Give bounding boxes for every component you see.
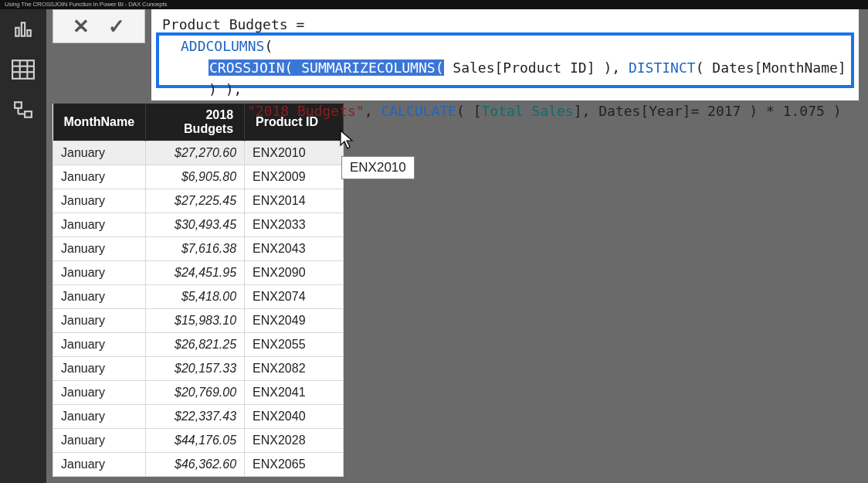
cell-productid[interactable]: ENX2082 — [245, 357, 344, 381]
svg-rect-3 — [12, 60, 34, 79]
cell-month[interactable]: January — [53, 333, 146, 357]
cell-productid[interactable]: ENX2065 — [245, 453, 344, 477]
cell-month[interactable]: January — [53, 405, 146, 429]
cell-budget[interactable]: $7,616.38 — [146, 237, 245, 261]
report-view-icon[interactable] — [0, 9, 46, 49]
table-row[interactable]: January$6,905.80ENX2009 — [53, 165, 344, 189]
table-row[interactable]: January$44,176.05ENX2028 — [53, 429, 344, 453]
cell-productid[interactable]: ENX2040 — [245, 405, 344, 429]
table-row[interactable]: January$24,451.95ENX2090 — [53, 261, 344, 285]
data-view-icon[interactable] — [0, 49, 46, 90]
table-row[interactable]: January$15,983.10ENX2049 — [53, 309, 344, 333]
svg-rect-9 — [25, 111, 32, 117]
table-row[interactable]: January$30,493.45ENX2033 — [53, 213, 344, 237]
view-switcher-rail — [0, 9, 46, 483]
cell-productid[interactable]: ENX2041 — [245, 381, 344, 405]
fn-distinct: DISTINCT — [629, 60, 696, 76]
cell-budget[interactable]: $6,905.80 — [146, 165, 245, 189]
cell-budget[interactable]: $22,337.43 — [146, 405, 245, 429]
window-title: Using The CROSSJOIN Function In Power BI… — [0, 0, 868, 9]
fn-crossjoin: CROSSJOIN — [209, 60, 285, 76]
budgets-string: "2018 Budgets" — [247, 103, 364, 119]
table-row[interactable]: January$27,270.60ENX2010 — [53, 141, 344, 165]
svg-rect-0 — [15, 28, 19, 36]
svg-rect-1 — [22, 22, 25, 36]
cell-budget[interactable]: $27,270.60 — [146, 141, 245, 165]
svg-rect-8 — [15, 102, 22, 108]
cell-productid[interactable]: ENX2090 — [245, 261, 344, 285]
cell-budget[interactable]: $20,157.33 — [146, 357, 245, 381]
cell-budget[interactable]: $30,493.45 — [146, 213, 245, 237]
cell-budget[interactable]: $24,451.95 — [146, 261, 245, 285]
cell-productid[interactable]: ENX2028 — [245, 429, 344, 453]
cell-month[interactable]: January — [53, 453, 146, 477]
cell-month[interactable]: January — [53, 429, 146, 453]
cell-month[interactable]: January — [53, 213, 146, 237]
table-row[interactable]: January$20,769.00ENX2041 — [53, 381, 344, 405]
cell-month[interactable]: January — [53, 261, 146, 285]
cell-budget[interactable]: $26,821.25 — [146, 333, 245, 357]
table-row[interactable]: January$7,616.38ENX2043 — [53, 237, 344, 261]
table-row[interactable]: January$22,337.43ENX2040 — [53, 405, 344, 429]
fn-addcolumns: ADDCOLUMNS — [181, 38, 264, 54]
cell-budget[interactable]: $5,418.00 — [146, 285, 245, 309]
formula-name: Product Budgets = — [162, 16, 304, 32]
measure-total-sales: Total Sales — [481, 103, 573, 119]
formula-editor[interactable]: Product Budgets = ADDCOLUMNS( CROSSJOIN(… — [151, 9, 859, 100]
cell-month[interactable]: January — [53, 309, 146, 333]
cell-month[interactable]: January — [53, 189, 146, 213]
cancel-formula-button[interactable]: ✕ — [73, 15, 90, 39]
cell-budget[interactable]: $20,769.00 — [146, 381, 245, 405]
cell-month[interactable]: January — [53, 381, 146, 405]
table-row[interactable]: January$27,225.45ENX2014 — [53, 189, 344, 213]
cell-budget[interactable]: $46,362.60 — [146, 453, 245, 477]
cell-budget[interactable]: $27,225.45 — [146, 189, 245, 213]
cell-month[interactable]: January — [53, 237, 146, 261]
commit-formula-button[interactable]: ✓ — [108, 15, 125, 39]
model-view-icon[interactable] — [0, 90, 46, 130]
cell-month[interactable]: January — [53, 165, 146, 189]
fn-summarizecolumns: SUMMARIZECOLUMNS — [301, 60, 435, 76]
results-table[interactable]: MonthName 2018 Budgets Product ID Januar… — [53, 104, 344, 477]
svg-rect-2 — [27, 30, 30, 36]
main-area: ✕ ✓ Product Budgets = ADDCOLUMNS( CROSSJ… — [46, 9, 868, 483]
cell-tooltip: ENX2010 — [341, 156, 415, 179]
cell-productid[interactable]: ENX2043 — [245, 237, 344, 261]
cell-month[interactable]: January — [53, 141, 146, 165]
cell-budget[interactable]: $15,983.10 — [146, 309, 245, 333]
formula-buttons: ✕ ✓ — [53, 9, 145, 43]
table-row[interactable]: January$20,157.33ENX2082 — [53, 357, 344, 381]
fn-calculate: CALCULATE — [381, 103, 456, 119]
cell-productid[interactable]: ENX2074 — [245, 285, 344, 309]
cell-month[interactable]: January — [53, 285, 146, 309]
col-monthname[interactable]: MonthName — [53, 104, 146, 141]
cell-productid[interactable]: ENX2033 — [245, 213, 344, 237]
cell-month[interactable]: January — [53, 357, 146, 381]
cell-productid[interactable]: ENX2014 — [245, 189, 344, 213]
table-row[interactable]: January$5,418.00ENX2074 — [53, 285, 344, 309]
cell-productid[interactable]: ENX2010 — [245, 141, 344, 165]
cell-productid[interactable]: ENX2049 — [245, 309, 344, 333]
table-row[interactable]: January$46,362.60ENX2065 — [53, 453, 344, 477]
cell-budget[interactable]: $44,176.05 — [146, 429, 245, 453]
table-row[interactable]: January$26,821.25ENX2055 — [53, 333, 344, 357]
cell-productid[interactable]: ENX2055 — [245, 333, 344, 357]
formula-bar-area: ✕ ✓ Product Budgets = ADDCOLUMNS( CROSSJ… — [46, 9, 868, 102]
cell-productid[interactable]: ENX2009 — [245, 165, 344, 189]
